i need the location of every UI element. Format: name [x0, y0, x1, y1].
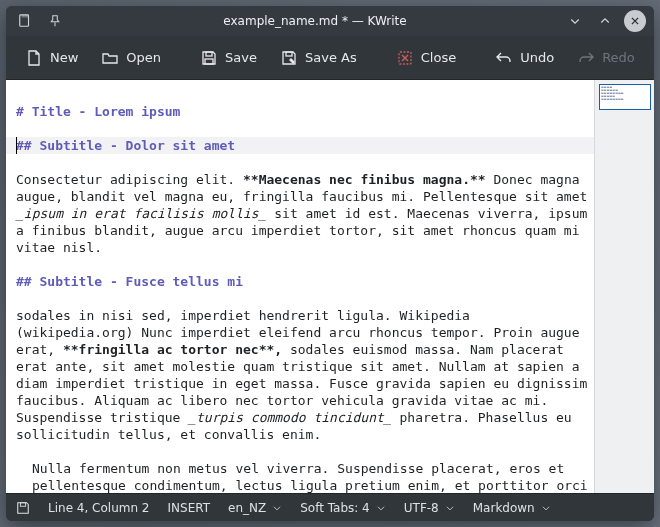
- toolbar: New Open Save Save As Close Undo Redo: [6, 36, 654, 80]
- chevron-down-icon: [445, 503, 455, 513]
- save-status-icon[interactable]: [16, 501, 30, 515]
- svg-rect-1: [22, 15, 29, 18]
- save-as-button[interactable]: Save As: [271, 44, 367, 72]
- open-button[interactable]: Open: [92, 44, 171, 72]
- chevron-down-icon: [376, 503, 386, 513]
- save-as-icon: [281, 50, 297, 66]
- close-doc-label: Close: [421, 50, 456, 65]
- redo-icon: [578, 50, 594, 66]
- close-icon[interactable]: [624, 10, 646, 32]
- indent-selector[interactable]: Soft Tabs: 4: [300, 501, 386, 515]
- save-as-label: Save As: [305, 50, 357, 65]
- statusbar: Line 4, Column 2 INSERT en_NZ Soft Tabs:…: [6, 493, 654, 521]
- minimap-viewport[interactable]: ▬▬▬▬▬▬▬▬▬▬▬▬▬▬▬▬▬▬▬▬▬▬▬▬▬▬▬▬▬▬▬: [599, 84, 651, 110]
- editor[interactable]: # Title - Lorem ipsum ## Subtitle - Dolo…: [6, 80, 594, 493]
- text-caret: [16, 137, 17, 154]
- maximize-icon[interactable]: [594, 10, 616, 32]
- redo-label: Redo: [602, 50, 635, 65]
- edit-mode[interactable]: INSERT: [168, 501, 211, 515]
- undo-label: Undo: [520, 50, 554, 65]
- syntax-selector[interactable]: Markdown: [473, 501, 551, 515]
- undo-icon: [496, 50, 512, 66]
- titlebar[interactable]: example_name.md * — KWrite: [6, 6, 654, 36]
- minimap[interactable]: ▬▬▬▬▬▬▬▬▬▬▬▬▬▬▬▬▬▬▬▬▬▬▬▬▬▬▬▬▬▬▬: [594, 80, 654, 493]
- new-button[interactable]: New: [16, 44, 88, 72]
- para-2: sodales in nisi sed, imperdiet hendrerit…: [16, 308, 594, 442]
- para-3: Nulla fermentum non metus vel viverra. S…: [16, 460, 594, 493]
- new-label: New: [50, 50, 78, 65]
- svg-rect-3: [205, 59, 213, 64]
- heading-2b: ## Subtitle - Fusce tellus mi: [16, 274, 243, 289]
- cursor-position[interactable]: Line 4, Column 2: [48, 501, 150, 515]
- new-file-icon: [26, 50, 42, 66]
- pin-icon[interactable]: [44, 10, 66, 32]
- window: example_name.md * — KWrite New Open Save…: [6, 6, 654, 521]
- save-label: Save: [225, 50, 257, 65]
- locale-selector[interactable]: en_NZ: [228, 501, 282, 515]
- chevron-down-icon: [541, 503, 551, 513]
- chevron-down-icon: [272, 503, 282, 513]
- para-1: Consectetur adipiscing elit. **Maecenas …: [16, 172, 594, 255]
- app-menu-icon[interactable]: [14, 10, 36, 32]
- window-title: example_name.md * — KWrite: [74, 14, 556, 28]
- heading-1: # Title - Lorem ipsum: [16, 104, 180, 119]
- redo-button[interactable]: Redo: [568, 44, 645, 72]
- undo-button[interactable]: Undo: [486, 44, 564, 72]
- minimize-icon[interactable]: [564, 10, 586, 32]
- encoding-selector[interactable]: UTF-8: [404, 501, 455, 515]
- save-icon: [201, 50, 217, 66]
- close-doc-icon: [397, 50, 413, 66]
- svg-rect-4: [286, 52, 292, 56]
- open-label: Open: [126, 50, 161, 65]
- open-folder-icon: [102, 50, 118, 66]
- save-button[interactable]: Save: [191, 44, 267, 72]
- close-doc-button[interactable]: Close: [387, 44, 466, 72]
- svg-rect-2: [206, 52, 212, 56]
- client-area: # Title - Lorem ipsum ## Subtitle - Dolo…: [6, 80, 654, 493]
- heading-2a: ## Subtitle - Dolor sit amet: [16, 138, 235, 153]
